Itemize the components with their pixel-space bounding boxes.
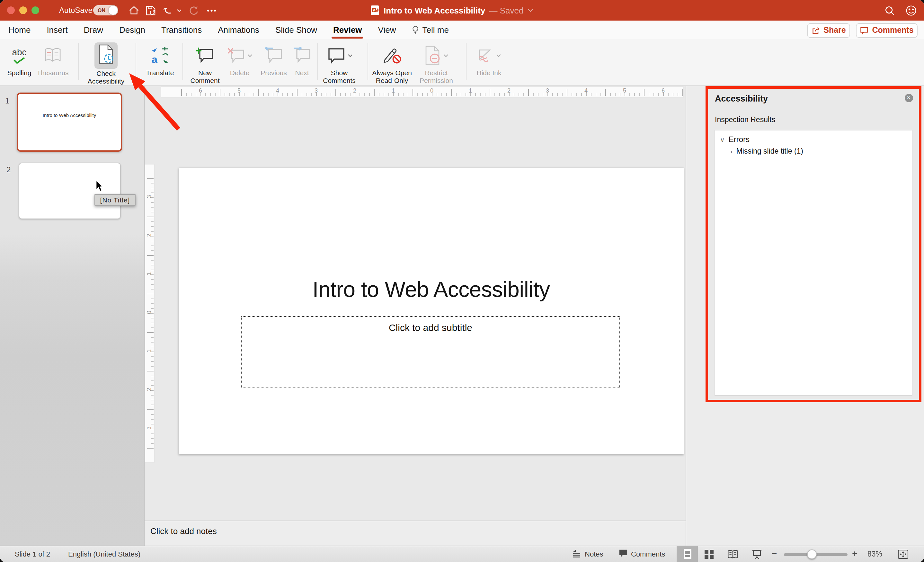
slide-1-thumbnail[interactable]: Intro to Web Accessibility <box>17 93 122 152</box>
chevron-down-icon[interactable]: ∨ <box>720 136 725 143</box>
check-accessibility-highlight <box>94 42 118 69</box>
share-icon <box>811 26 820 35</box>
vruler-number: 3 <box>146 424 152 432</box>
always-open-read-only-button[interactable]: Always Open Read-Only <box>372 39 412 86</box>
tab-home[interactable]: Home <box>8 21 30 39</box>
zoom-in-button[interactable]: + <box>852 548 857 559</box>
vruler-number: 2 <box>146 231 152 239</box>
translate-button[interactable]: a Translate <box>143 39 177 86</box>
restrict-permission-button: Restrict Permission <box>416 39 457 86</box>
ribbon-tab-bar: Home Insert Draw Design Transitions Anim… <box>0 21 924 39</box>
slide-1-number: 1 <box>5 96 9 105</box>
tab-draw[interactable]: Draw <box>84 21 103 39</box>
vruler-number: 1 <box>146 347 152 355</box>
delete-comment-icon <box>227 47 245 63</box>
show-comments-chevron-icon[interactable] <box>347 54 352 57</box>
autosave-state: ON <box>98 8 105 13</box>
tab-review[interactable]: Review <box>333 21 362 39</box>
hide-ink-label: Hide Ink <box>477 69 501 77</box>
hide-ink-button: Hide Ink <box>472 39 506 86</box>
autosave-toggle[interactable]: ON <box>93 5 118 15</box>
task-pane-area: Accessibility × Inspection Results ∨ Err… <box>685 86 924 545</box>
home-icon[interactable] <box>128 5 140 16</box>
ribbon: abc Spelling Thesaurus Check Accessibili… <box>0 39 924 86</box>
slideshow-view-icon[interactable] <box>752 549 762 560</box>
comment-bubble-icon <box>860 26 869 35</box>
notes-icon <box>572 549 582 560</box>
tab-insert[interactable]: Insert <box>46 21 68 39</box>
minimize-window-button[interactable] <box>19 6 27 14</box>
comments-label: Comments <box>872 26 914 35</box>
restrict-permission-chevron-icon <box>443 54 448 57</box>
notes-toggle-button[interactable]: Notes <box>585 550 603 557</box>
tab-view[interactable]: View <box>378 21 396 39</box>
spelling-label: Spelling <box>8 69 32 77</box>
errors-tree-group[interactable]: ∨ Errors <box>720 135 912 144</box>
zoom-out-button[interactable]: − <box>772 548 777 559</box>
hruler-number: 3 <box>546 87 549 94</box>
restrict-permission-icon <box>424 46 441 65</box>
show-comments-button[interactable]: Show Comments <box>320 39 359 86</box>
chevron-right-icon[interactable]: › <box>730 147 732 155</box>
zoom-slider-thumb[interactable] <box>807 549 817 559</box>
comments-button[interactable]: Comments <box>856 23 918 38</box>
close-pane-icon[interactable]: × <box>904 94 913 102</box>
account-avatar-icon[interactable] <box>905 5 917 16</box>
slide-canvas[interactable]: Intro to Web Accessibility Click to add … <box>178 168 684 454</box>
undo-icon[interactable] <box>162 5 174 16</box>
save-icon[interactable] <box>145 5 156 16</box>
ribbon-separator <box>136 43 136 80</box>
share-button[interactable]: Share <box>807 23 850 38</box>
thesaurus-button: Thesaurus <box>33 39 72 86</box>
zoom-window-button[interactable] <box>32 6 39 14</box>
document-title: Intro to Web Accessibility <box>384 6 485 15</box>
mouse-cursor <box>95 180 104 192</box>
normal-view-button[interactable] <box>676 546 698 562</box>
hide-ink-chevron-icon <box>496 54 501 57</box>
previous-comment-button: Previous <box>257 39 290 86</box>
comments-toggle-button[interactable]: Comments <box>631 550 665 557</box>
next-comment-icon <box>292 42 312 68</box>
notes-pane[interactable]: Click to add notes <box>145 521 685 545</box>
check-accessibility-button[interactable]: Check Accessibility <box>84 39 128 86</box>
delete-comment-label: Delete <box>230 69 250 77</box>
slide-thumbnail-panel: 1 Intro to Web Accessibility 2 [No Title… <box>0 86 145 545</box>
svg-text:a: a <box>152 54 158 64</box>
toggle-knob <box>109 6 118 15</box>
vruler-number: 2 <box>146 386 152 393</box>
slide-2-thumbnail[interactable] <box>19 162 121 219</box>
tab-slide-show[interactable]: Slide Show <box>275 21 317 39</box>
show-comments-label: Show Comments <box>320 69 359 85</box>
hruler-number: 3 <box>315 87 318 94</box>
check-accessibility-icon <box>98 44 114 64</box>
search-icon[interactable] <box>884 5 895 16</box>
missing-slide-title-item[interactable]: › Missing slide title (1) <box>730 147 912 155</box>
more-toolbar-icon[interactable]: ••• <box>204 5 220 16</box>
slide-title-text[interactable]: Intro to Web Accessibility <box>178 277 684 302</box>
reading-view-icon[interactable] <box>727 550 739 560</box>
hruler-number: 2 <box>507 87 510 94</box>
inspection-results-label: Inspection Results <box>715 116 775 123</box>
undo-chevron-icon[interactable] <box>176 5 183 16</box>
fit-slide-to-window-icon[interactable] <box>898 549 909 560</box>
spelling-button[interactable]: abc Spelling <box>5 39 33 86</box>
subtitle-placeholder[interactable]: Click to add subtitle <box>241 316 620 388</box>
tab-animations[interactable]: Animations <box>218 21 259 39</box>
tab-tell-me[interactable]: Tell me <box>412 21 449 39</box>
tab-transitions[interactable]: Transitions <box>161 21 202 39</box>
next-comment-label: Next <box>295 69 309 77</box>
close-window-button[interactable] <box>7 6 15 14</box>
hruler-number: 0 <box>430 87 434 94</box>
delete-dropdown-chevron-icon <box>247 54 252 57</box>
autosave-label: AutoSave <box>59 6 93 15</box>
hruler-number: 1 <box>469 87 472 94</box>
document-title-group: P Intro to Web Accessibility — Saved <box>370 0 533 21</box>
powerpoint-file-icon: P <box>370 5 380 15</box>
language-indicator[interactable]: English (United States) <box>68 550 140 557</box>
content-area: 1 Intro to Web Accessibility 2 [No Title… <box>0 86 924 545</box>
title-chevron-icon[interactable] <box>527 8 533 12</box>
horizontal-ruler: 6 5 4 3 2 1 0 1 2 3 4 5 6 <box>160 86 683 98</box>
slide-sorter-view-icon[interactable] <box>704 550 714 560</box>
new-comment-button[interactable]: New Comment <box>189 39 221 86</box>
tab-design[interactable]: Design <box>119 21 145 39</box>
